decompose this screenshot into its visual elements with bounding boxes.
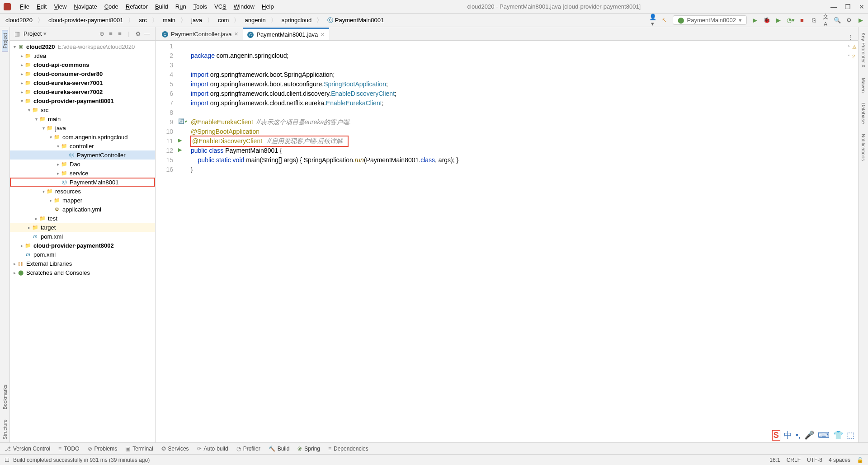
debug-icon[interactable]: 🐞 — [763, 17, 770, 23]
crumb[interactable]: angenin — [243, 16, 267, 24]
menu-code[interactable]: Code — [101, 0, 122, 13]
ime-icon[interactable]: S — [772, 430, 780, 441]
warning-indicator[interactable]: ⚠ 2 — [852, 42, 857, 61]
tree-item-highlighted[interactable]: ⓒPaymentMain8001 — [10, 178, 155, 187]
translate-icon[interactable]: 文A — [822, 13, 829, 28]
project-tool-button[interactable]: Project — [2, 30, 8, 52]
tree-item[interactable]: ▸📁service — [10, 169, 155, 178]
tree-item[interactable]: ▾📁com.angenin.springcloud — [10, 132, 155, 141]
tree-root[interactable]: ▾▣cloud2020E:\idea-workspace\cloud2020 — [10, 42, 155, 51]
terminal-button[interactable]: ▣Terminal — [125, 446, 153, 452]
tree-item[interactable]: ▾📁main — [10, 114, 155, 123]
run-line-icon[interactable]: ▶ — [178, 145, 182, 155]
tree-item[interactable]: ▸📁cloud-consumer-order80 — [10, 69, 155, 78]
run-configuration-dropdown[interactable]: ⬤PaymentMain8002▾ — [673, 15, 747, 25]
settings-icon[interactable]: ✿ — [133, 30, 142, 37]
profiler-button[interactable]: ◔Profiler — [236, 446, 260, 452]
status-icon[interactable]: ☐ — [5, 457, 9, 463]
editor-tab-active[interactable]: CPaymentMain8001.java✕ — [243, 28, 329, 40]
stop-icon[interactable]: ■ — [798, 17, 806, 23]
tree-item[interactable]: mpom.xml — [10, 250, 155, 259]
menu-tools[interactable]: Tools — [190, 0, 211, 13]
crumb[interactable]: springcloud — [280, 16, 314, 24]
coverage-icon[interactable]: ▶ — [775, 17, 782, 23]
close-tab-icon[interactable]: ✕ — [234, 31, 238, 37]
autobuild-button[interactable]: ⟳Auto-build — [197, 446, 228, 452]
crumb[interactable]: main — [161, 16, 177, 24]
expand-icon[interactable]: ≡ — [106, 30, 115, 37]
key-promoter-tool-button[interactable]: Key Promoter X — [861, 30, 866, 70]
code-area[interactable]: 1234567891011121516 🔄✔ ▶ ▶ package com.a… — [156, 41, 858, 442]
tab-more-icon[interactable]: ⋮ — [843, 33, 858, 40]
tree-item[interactable]: ▸📁Dao — [10, 160, 155, 169]
menu-build[interactable]: Build — [151, 0, 172, 13]
version-control-button[interactable]: ⎇Version Control — [5, 446, 50, 452]
caret-position[interactable]: 16:1 — [769, 457, 780, 463]
menu-window[interactable]: Window — [230, 0, 258, 13]
user-icon[interactable]: 👤▾ — [649, 14, 656, 27]
tree-item[interactable]: ▾📁resources — [10, 187, 155, 196]
menu-navigate[interactable]: Navigate — [70, 0, 100, 13]
run-icon[interactable]: ▶ — [751, 17, 759, 23]
tree-item[interactable]: ▸📁.idea — [10, 51, 155, 60]
locate-icon[interactable]: ⊕ — [97, 30, 106, 37]
profile-icon[interactable]: ◔▾ — [787, 17, 794, 23]
menu-edit[interactable]: Edit — [33, 0, 50, 13]
tree-item[interactable]: ⚙application.yml — [10, 205, 155, 214]
tree-item[interactable]: ▸⫿⫿External Libraries — [10, 259, 155, 268]
git-icon[interactable]: ⎘ — [810, 17, 817, 23]
tree-item[interactable]: ▸📁target — [10, 223, 155, 232]
hide-icon[interactable]: — — [142, 30, 151, 37]
readonly-icon[interactable]: 🔓 — [857, 457, 863, 463]
line-separator[interactable]: CRLF — [787, 457, 801, 463]
indent-setting[interactable]: 4 spaces — [829, 457, 850, 463]
database-tool-button[interactable]: Database — [861, 100, 866, 127]
services-button[interactable]: ✪Services — [161, 446, 189, 452]
run-anything-icon[interactable]: ▶ — [857, 17, 864, 23]
tree-item[interactable]: ▾📁controller — [10, 141, 155, 150]
maximize-icon[interactable]: ❐ — [845, 3, 851, 10]
dependencies-button[interactable]: ≡Dependencies — [328, 446, 368, 452]
close-tab-icon[interactable]: ✕ — [321, 32, 325, 38]
bookmarks-tool-button[interactable]: Bookmarks — [2, 382, 8, 412]
tree-item[interactable]: ▾📁cloud-provider-payment8001 — [10, 96, 155, 105]
tree-item-selected[interactable]: ⓒPaymentController — [10, 150, 155, 160]
project-tree[interactable]: ▾▣cloud2020E:\idea-workspace\cloud2020 ▸… — [10, 41, 155, 442]
menu-vcs[interactable]: VCS — [211, 0, 230, 13]
collapse-icon[interactable]: ≡ — [115, 30, 124, 37]
tree-item[interactable]: ▸📁cloud-eureka-server7002 — [10, 87, 155, 96]
crumb[interactable]: cloud2020 — [4, 16, 34, 24]
crumb[interactable]: cloud-provider-payment8001 — [47, 16, 125, 24]
crumb[interactable]: ⓒ PaymentMain8001 — [326, 16, 386, 25]
tree-item[interactable]: ▸⬤Scratches and Consoles — [10, 268, 155, 277]
tree-item[interactable]: ▸📁cloud-provider-payment8002 — [10, 241, 155, 250]
settings-icon[interactable]: ⚙ — [845, 17, 853, 23]
tree-item[interactable]: mpom.xml — [10, 232, 155, 241]
menu-file[interactable]: File — [16, 0, 33, 13]
minimize-icon[interactable]: — — [830, 3, 837, 10]
tree-item[interactable]: ▾📁src — [10, 105, 155, 114]
spring-button[interactable]: ❀Spring — [297, 446, 320, 452]
crumb[interactable]: java — [189, 16, 204, 24]
notifications-tool-button[interactable]: Notifications — [861, 131, 866, 164]
menu-refactor[interactable]: Refactor — [122, 0, 151, 13]
editor-tab[interactable]: CPaymentController.java✕ — [157, 28, 243, 40]
menu-view[interactable]: View — [50, 0, 70, 13]
ime-mode-icon[interactable]: 中 — [784, 430, 792, 441]
tree-item[interactable]: ▸📁cloud-api-commons — [10, 60, 155, 69]
file-encoding[interactable]: UTF-8 — [807, 457, 822, 463]
error-stripe[interactable]: ˄ ˅ ⚠ 2 — [852, 41, 858, 442]
problems-button[interactable]: ⊘Problems — [88, 446, 118, 452]
structure-tool-button[interactable]: Structure — [2, 417, 8, 442]
build-button[interactable]: 🔨Build — [269, 446, 290, 452]
tree-item[interactable]: ▸📁test — [10, 214, 155, 223]
tree-item[interactable]: ▸📁mapper — [10, 196, 155, 205]
code-text[interactable]: package com.angenin.springcloud; import … — [187, 41, 852, 442]
crumb[interactable]: src — [137, 16, 148, 24]
search-icon[interactable]: 🔍 — [834, 17, 841, 23]
tree-item[interactable]: ▸📁cloud-eureka-server7001 — [10, 78, 155, 87]
todo-button[interactable]: ≡TODO — [58, 446, 79, 452]
back-arrow-icon[interactable]: ↖ — [661, 17, 668, 23]
menu-run[interactable]: Run — [172, 0, 190, 13]
crumb[interactable]: com — [216, 16, 231, 24]
